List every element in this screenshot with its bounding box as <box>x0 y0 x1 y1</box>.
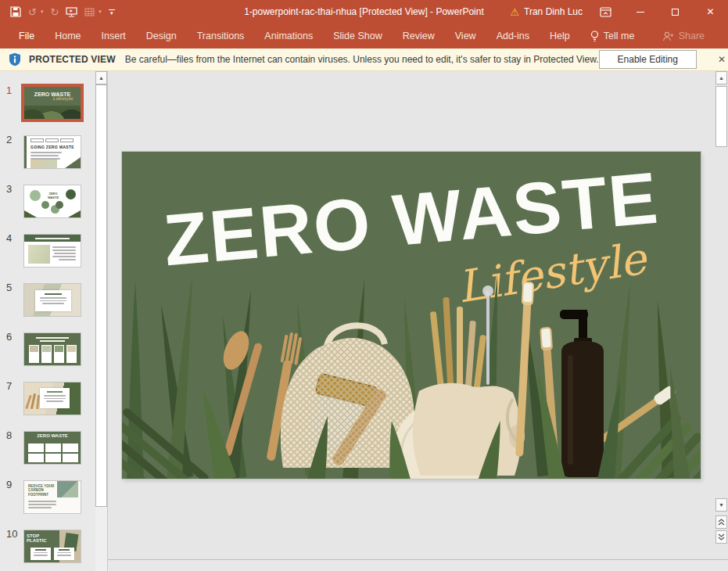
tab-file[interactable]: File <box>9 23 45 48</box>
slide-thumbnail-pane: 1 ZERO WASTE Lifestyle 2 GOING ZERO WAST… <box>0 71 95 571</box>
share-button[interactable]: Share <box>662 31 705 41</box>
thumbnail-image: STOP PLASTIC <box>23 530 81 563</box>
powerpoint-window: ↺▾ ↻ ▾ ▾ 1-powerpoint-rac-thai-nhua [Pro… <box>0 0 728 571</box>
thumbnail-image: ZERO WASTE <box>23 431 81 465</box>
slide-number: 1 <box>6 84 12 96</box>
slide-number: 9 <box>6 479 12 490</box>
thumbnail-slide-1[interactable]: 1 ZERO WASTE Lifestyle <box>0 84 95 134</box>
quick-access-toolbar: ↺▾ ↻ ▾ ▾ <box>0 6 115 18</box>
enable-editing-button[interactable]: Enable Editing <box>599 50 697 69</box>
content-area: 1 ZERO WASTE Lifestyle 2 GOING ZERO WAST… <box>0 71 728 571</box>
thumbnail-image: GOING ZERO WASTE <box>23 135 81 169</box>
banner-close-icon[interactable]: ✕ <box>718 54 726 65</box>
thumbnail-slide-9[interactable]: 9 REDUCE YOUR CARBON FOOTPRINT <box>0 479 95 528</box>
next-slide-button[interactable] <box>715 530 727 544</box>
thumbnail-scrollbar[interactable]: ▲ <box>95 71 108 571</box>
signed-in-user[interactable]: ⚠ Tran Dinh Luc <box>510 6 583 18</box>
slide-number: 7 <box>6 380 12 392</box>
user-name: Tran Dinh Luc <box>524 6 583 17</box>
tab-add-ins[interactable]: Add-ins <box>486 23 540 48</box>
tab-help[interactable]: Help <box>540 23 580 48</box>
thumbnail-image <box>23 332 81 366</box>
titlebar-right: ⚠ Tran Dinh Luc ✕ <box>510 0 728 23</box>
thumbnail-slide-5[interactable]: 5 <box>0 282 95 331</box>
thumbnail-slide-6[interactable]: 6 <box>0 331 95 380</box>
redo-icon: ↻ <box>50 6 59 18</box>
tab-insert[interactable]: Insert <box>91 23 136 48</box>
lightbulb-icon <box>590 31 599 42</box>
thumbnail-image: ZERO WASTE Lifestyle <box>23 86 81 120</box>
undo-dropdown-icon: ▾ <box>41 9 44 15</box>
maximize-button[interactable] <box>658 0 693 23</box>
slide-number: 5 <box>6 282 12 293</box>
grid-dropdown-icon: ▾ <box>99 9 102 15</box>
close-button[interactable]: ✕ <box>693 0 728 23</box>
status-bar <box>108 559 728 571</box>
tab-design[interactable]: Design <box>136 23 187 48</box>
protected-view-message: Be careful—files from the Internet can c… <box>125 54 599 65</box>
info-shield-icon <box>9 52 21 66</box>
ribbon-display-options-icon[interactable] <box>600 7 611 17</box>
thumbnail-image <box>23 234 81 268</box>
account-warning-icon: ⚠ <box>510 6 519 18</box>
main-area: ZERO WASTE Lifestyle <box>108 71 728 571</box>
tab-view[interactable]: View <box>445 23 486 48</box>
thumbnail-image <box>23 283 81 317</box>
tell-me-label: Tell me <box>604 31 635 41</box>
tab-animations[interactable]: Animations <box>254 23 323 48</box>
tab-slide-show[interactable]: Slide Show <box>323 23 393 48</box>
tab-home[interactable]: Home <box>45 23 91 48</box>
slide-1-view[interactable]: ZERO WASTE Lifestyle <box>122 152 701 479</box>
main-scrollbar[interactable]: ▲ ▼ <box>715 71 728 559</box>
thumbnail-slide-2[interactable]: 2 GOING ZERO WASTE <box>0 134 95 183</box>
slide-number: 6 <box>6 331 12 343</box>
save-icon[interactable] <box>10 6 21 17</box>
thumbnail-slide-4[interactable]: 4 <box>0 232 95 282</box>
title-bar: ↺▾ ↻ ▾ ▾ 1-powerpoint-rac-thai-nhua [Pro… <box>0 0 728 23</box>
thumbnail-scroll-up-icon[interactable]: ▲ <box>95 71 107 84</box>
slide-number: 2 <box>6 134 12 145</box>
thumbnail-image: REDUCE YOUR CARBON FOOTPRINT <box>23 480 81 514</box>
slideshow-from-start-icon[interactable] <box>66 7 77 17</box>
thumbnail-slide-3[interactable]: 3 ZERO WASTE <box>0 183 95 232</box>
tab-transitions[interactable]: Transitions <box>187 23 255 48</box>
thumbnail-image: ZERO WASTE <box>23 185 81 218</box>
slide-canvas[interactable]: ZERO WASTE Lifestyle <box>108 71 715 559</box>
thumbnail-slide-10[interactable]: 10 STOP PLASTIC <box>0 528 95 571</box>
slide-number: 4 <box>6 232 12 244</box>
share-person-icon <box>662 31 674 41</box>
thumbnail-image <box>23 382 81 415</box>
ribbon-tab-bar: File Home Insert Design Transitions Anim… <box>0 23 728 48</box>
thumbnail-scrollbar-thumb[interactable] <box>95 84 107 507</box>
protected-view-banner: PROTECTED VIEW Be careful—files from the… <box>0 48 728 71</box>
slide-photo-illustration <box>122 274 701 479</box>
scroll-up-icon[interactable]: ▲ <box>715 71 727 84</box>
main-scrollbar-thumb[interactable] <box>715 86 727 147</box>
customize-quick-access-toolbar-icon[interactable]: ▾ <box>109 9 115 15</box>
scroll-down-icon[interactable]: ▼ <box>715 498 727 512</box>
share-label: Share <box>679 31 705 41</box>
slide-number: 3 <box>6 183 12 195</box>
tell-me-box[interactable]: Tell me <box>580 31 645 42</box>
minimize-button[interactable] <box>622 0 658 23</box>
previous-slide-button[interactable] <box>715 515 727 529</box>
thumbnail-slide-7[interactable]: 7 <box>0 380 95 429</box>
slide-number: 8 <box>6 429 12 441</box>
thumbnail-slide-8[interactable]: 8 ZERO WASTE <box>0 429 95 479</box>
undo-icon: ↺ <box>28 6 37 18</box>
tab-review[interactable]: Review <box>393 23 445 48</box>
grid-table-icon <box>84 8 95 16</box>
protected-view-label: PROTECTED VIEW <box>29 54 116 65</box>
slide-number: 10 <box>6 528 17 540</box>
